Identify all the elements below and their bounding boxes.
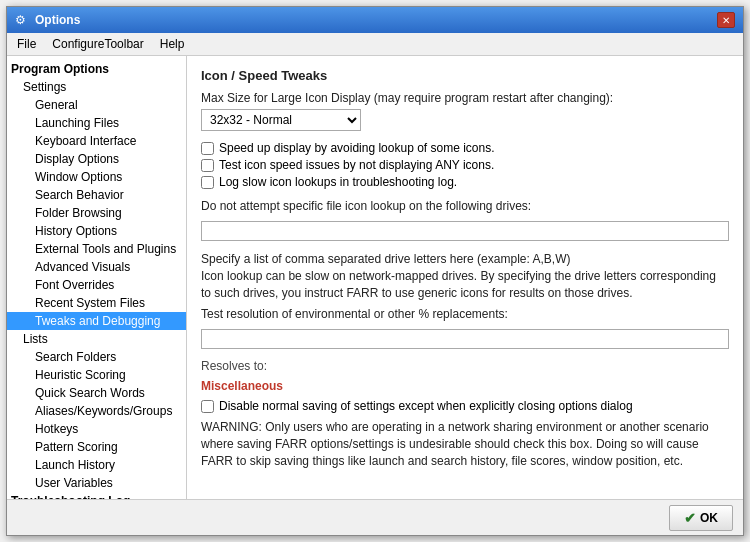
- speed-checkbox-label-0: Speed up display by avoiding lookup of s…: [219, 141, 495, 155]
- max-size-label: Max Size for Large Icon Display (may req…: [201, 91, 729, 105]
- checkbox-item-2: Log slow icon lookups in troubleshooting…: [201, 175, 729, 189]
- sidebar-item-aliaseskeywordsgroups[interactable]: Aliases/Keywords/Groups: [7, 402, 186, 420]
- title-bar-left: ⚙ Options: [15, 13, 80, 27]
- sidebar-item-history-options[interactable]: History Options: [7, 222, 186, 240]
- sidebar-item-advanced-visuals[interactable]: Advanced Visuals: [7, 258, 186, 276]
- speed-checkbox-label-2: Log slow icon lookups in troubleshooting…: [219, 175, 457, 189]
- section-title: Icon / Speed Tweaks: [201, 68, 729, 83]
- sidebar-item-folder-browsing[interactable]: Folder Browsing: [7, 204, 186, 222]
- sidebar: Program OptionsSettingsGeneralLaunching …: [7, 56, 187, 499]
- misc-section: Miscellaneous Disable normal saving of s…: [201, 379, 729, 469]
- drive-label: Do not attempt specific file icon lookup…: [201, 199, 729, 213]
- misc-checkbox-item: Disable normal saving of settings except…: [201, 399, 729, 413]
- window-icon: ⚙: [15, 13, 29, 27]
- sidebar-item-pattern-scoring[interactable]: Pattern Scoring: [7, 438, 186, 456]
- speed-checkbox-label-1: Test icon speed issues by not displaying…: [219, 158, 494, 172]
- speed-checkbox-1[interactable]: [201, 159, 214, 172]
- ok-label: OK: [700, 511, 718, 525]
- ok-check-icon: ✔: [684, 510, 696, 526]
- sidebar-item-external-tools-and-plugins[interactable]: External Tools and Plugins: [7, 240, 186, 258]
- drive-input[interactable]: [201, 221, 729, 241]
- close-button[interactable]: ✕: [717, 12, 735, 28]
- window-title: Options: [35, 13, 80, 27]
- drive-field-group: Do not attempt specific file icon lookup…: [201, 199, 729, 241]
- drive-description: Specify a list of comma separated drive …: [201, 251, 729, 301]
- speed-checkbox-0[interactable]: [201, 142, 214, 155]
- misc-checkbox[interactable]: [201, 400, 214, 413]
- sidebar-item-hotkeys[interactable]: Hotkeys: [7, 420, 186, 438]
- menu-configure-toolbar[interactable]: ConfigureToolbar: [46, 35, 149, 53]
- content-area: Icon / Speed Tweaks Max Size for Large I…: [187, 56, 743, 499]
- sidebar-item-settings[interactable]: Settings: [7, 78, 186, 96]
- sidebar-item-troubleshooting-log[interactable]: Troubleshooting Log: [7, 492, 186, 499]
- misc-title: Miscellaneous: [201, 379, 729, 393]
- sidebar-item-launch-history[interactable]: Launch History: [7, 456, 186, 474]
- test-label: Test resolution of environmental or othe…: [201, 307, 729, 321]
- sidebar-item-font-overrides[interactable]: Font Overrides: [7, 276, 186, 294]
- warning-text: WARNING: Only users who are operating in…: [201, 419, 729, 469]
- speed-checkbox-group: Speed up display by avoiding lookup of s…: [201, 141, 729, 189]
- checkbox-item-0: Speed up display by avoiding lookup of s…: [201, 141, 729, 155]
- misc-checkbox-label: Disable normal saving of settings except…: [219, 399, 633, 413]
- main-content: Program OptionsSettingsGeneralLaunching …: [7, 56, 743, 499]
- options-window: ⚙ Options ✕ File ConfigureToolbar Help P…: [6, 6, 744, 536]
- sidebar-item-keyboard-interface[interactable]: Keyboard Interface: [7, 132, 186, 150]
- bottom-bar: ✔ OK: [7, 499, 743, 535]
- speed-checkbox-2[interactable]: [201, 176, 214, 189]
- sidebar-item-general[interactable]: General: [7, 96, 186, 114]
- sidebar-item-window-options[interactable]: Window Options: [7, 168, 186, 186]
- sidebar-item-user-variables[interactable]: User Variables: [7, 474, 186, 492]
- sidebar-item-recent-system-files[interactable]: Recent System Files: [7, 294, 186, 312]
- menu-file[interactable]: File: [11, 35, 42, 53]
- test-field-group: Test resolution of environmental or othe…: [201, 307, 729, 349]
- menu-bar: File ConfigureToolbar Help: [7, 33, 743, 56]
- checkbox-item-1: Test icon speed issues by not displaying…: [201, 158, 729, 172]
- dropdown-row: 16x16 - Small32x32 - Normal48x48 - Large…: [201, 109, 729, 131]
- sidebar-item-search-folders[interactable]: Search Folders: [7, 348, 186, 366]
- menu-help[interactable]: Help: [154, 35, 191, 53]
- title-bar: ⚙ Options ✕: [7, 7, 743, 33]
- sidebar-item-heuristic-scoring[interactable]: Heuristic Scoring: [7, 366, 186, 384]
- sidebar-item-launching-files[interactable]: Launching Files: [7, 114, 186, 132]
- sidebar-item-search-behavior[interactable]: Search Behavior: [7, 186, 186, 204]
- resolves-label: Resolves to:: [201, 359, 729, 373]
- ok-button[interactable]: ✔ OK: [669, 505, 733, 531]
- test-input[interactable]: [201, 329, 729, 349]
- sidebar-item-lists[interactable]: Lists: [7, 330, 186, 348]
- sidebar-item-tweaks-and-debugging[interactable]: Tweaks and Debugging: [7, 312, 186, 330]
- sidebar-item-program-options[interactable]: Program Options: [7, 60, 186, 78]
- sidebar-item-quick-search-words[interactable]: Quick Search Words: [7, 384, 186, 402]
- icon-size-dropdown[interactable]: 16x16 - Small32x32 - Normal48x48 - Large…: [201, 109, 361, 131]
- sidebar-item-display-options[interactable]: Display Options: [7, 150, 186, 168]
